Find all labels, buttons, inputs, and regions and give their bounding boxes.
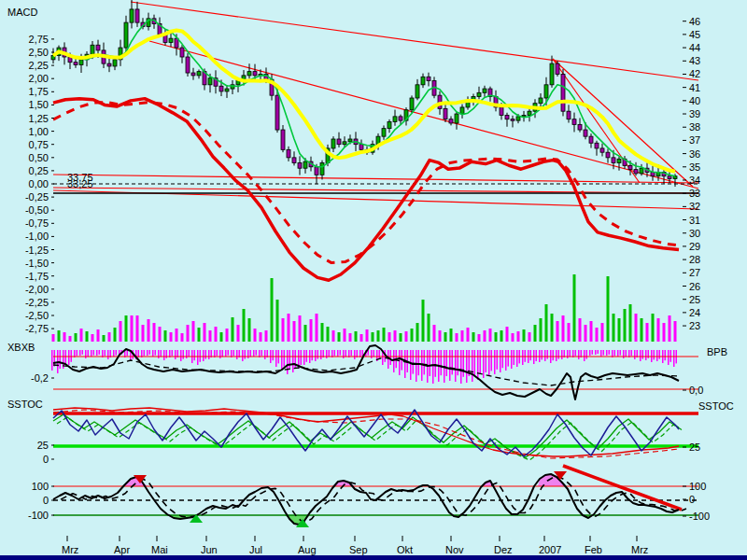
axis-tick-label: -0,25 (25, 191, 49, 203)
axis-tick-label: Mrz (62, 544, 78, 555)
axis-tick-label: Dez (494, 544, 513, 555)
axis-tick-label: 39 (689, 108, 700, 119)
axis-tick-label: 34 (689, 175, 700, 186)
axis-tick-label: -0,50 (25, 204, 49, 216)
axis-tick-label: 0 (43, 454, 49, 465)
axis-tick-label: 2,75 (29, 34, 49, 45)
bpb-panel-label: BPB (707, 347, 727, 357)
axis-tick-label: 41 (689, 82, 700, 93)
axis-tick-label: 46 (689, 16, 700, 27)
macd-panel-label: MACD (7, 7, 37, 18)
axis-tick-label: 36 (689, 148, 700, 160)
axis-tick-label: 0,50 (29, 152, 49, 163)
axis-tick-label: 40 (689, 95, 700, 106)
axis-tick-label: 0,75 (29, 139, 49, 150)
axis-tick-label: 43 (689, 55, 700, 66)
axis-tick-label: 28 (689, 254, 700, 265)
xbxb-panel-label: XBXB (7, 343, 35, 353)
axis-tick-label: 1,50 (29, 99, 49, 110)
axis-tick-label: 1,75 (29, 86, 49, 97)
axis-tick-label: -100 (689, 511, 710, 522)
axis-tick-label: -2,75 (25, 323, 49, 334)
axis-tick-label: Sep (349, 544, 368, 555)
axis-tick-label: 2007 (539, 544, 561, 555)
axis-tick-label: -2,25 (25, 297, 49, 308)
axis-tick-label: -100 (28, 510, 49, 521)
axis-tick-label: 26 (689, 281, 700, 292)
axis-tick-label: -1,25 (25, 245, 49, 256)
axis-tick-label: 42 (689, 68, 700, 79)
axis-tick-label: 23 (689, 320, 700, 331)
axis-tick-label: 2,25 (29, 60, 49, 71)
axis-tick-label: 0 (43, 495, 49, 506)
axis-tick-label: Nov (445, 544, 464, 555)
axis-tick-label: 1,00 (29, 126, 49, 137)
axis-tick-label: 37 (689, 134, 700, 146)
axis-tick-label: Jul (249, 544, 262, 555)
price-level-label-3325: 33,25 (67, 179, 93, 189)
axis-tick-label: 25 (689, 441, 700, 453)
chart-window: 2,752,502,252,001,751,501,251,000,750,50… (0, 0, 747, 560)
axis-tick-label: Okt (397, 544, 413, 555)
axis-tick-label: -0,2 (31, 372, 49, 384)
axis-tick-label: Aug (298, 544, 317, 555)
axis-tick-label: -1,50 (25, 258, 49, 269)
axis-tick-label: 30 (689, 228, 700, 239)
axis-tick-label: 0,00 (29, 178, 49, 189)
axis-tick-label: -2,00 (25, 284, 49, 295)
axis-tick-label: 2,00 (29, 73, 49, 84)
axis-tick-label: Jun (201, 544, 218, 555)
axis-tick-label: 24 (689, 307, 700, 318)
axis-tick-label: 25 (37, 440, 49, 451)
window-bottom-bar (0, 555, 747, 560)
axis-tick-label: -1,00 (25, 231, 49, 242)
price-chart-svg: 2,752,502,252,001,751,501,251,000,750,50… (0, 0, 747, 560)
axis-tick-label: 33 (689, 188, 700, 199)
axis-tick-label: 25 (689, 294, 700, 305)
axis-tick-label: 100 (689, 481, 706, 492)
axis-tick-label: 0 (689, 494, 695, 505)
axis-tick-label: 27 (689, 267, 700, 278)
axis-tick-label: Mai (151, 544, 168, 555)
axis-tick-label: 2,50 (29, 47, 49, 58)
axis-tick-label: 44 (689, 42, 700, 53)
axis-tick-label: 45 (689, 29, 700, 40)
axis-tick-label: 1,25 (29, 113, 49, 124)
axis-tick-label: 0,25 (29, 165, 49, 176)
sstoc-left-panel-label: SSTOC (7, 399, 43, 410)
sstoc-right-panel-label: SSTOC (698, 401, 734, 412)
axis-tick-label: -0,75 (25, 217, 49, 229)
axis-tick-label: 32 (689, 201, 700, 212)
axis-tick-label: 31 (689, 215, 700, 226)
axis-tick-label: 0,0 (689, 385, 703, 396)
axis-tick-label: Apr (114, 544, 130, 555)
axis-tick-label: -1,75 (25, 271, 49, 282)
axis-tick-label: -2,50 (25, 310, 49, 321)
axis-tick-label: 38 (689, 121, 700, 133)
axis-tick-label: Mrz (631, 544, 648, 555)
axis-tick-label: Feb (585, 544, 602, 555)
axis-tick-label: 29 (689, 241, 700, 252)
axis-tick-label: 35 (689, 161, 700, 173)
axis-tick-label: 100 (32, 481, 49, 492)
